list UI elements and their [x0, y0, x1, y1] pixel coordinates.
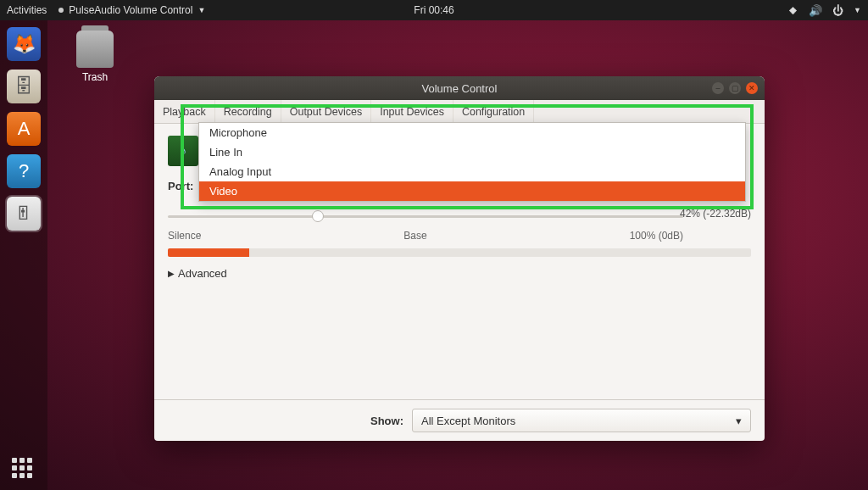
firefox-launcher[interactable]: 🦊: [7, 27, 41, 61]
tab-configuration[interactable]: Configuration: [453, 100, 534, 123]
launcher-dock: 🦊 🗄 A ? 🎚: [0, 20, 47, 490]
gnome-topbar: Activities PulseAudio Volume Control ▼ F…: [0, 0, 868, 20]
show-filter-row: Show: All Except Monitors ▾: [154, 399, 765, 441]
advanced-expander[interactable]: ▶ Advanced: [168, 267, 751, 280]
app-menu[interactable]: PulseAudio Volume Control ▼: [58, 4, 205, 16]
vu-fill: [168, 248, 249, 257]
tab-input-devices[interactable]: Input Devices: [371, 100, 453, 123]
chevron-down-icon: ▾: [736, 415, 742, 427]
chevron-down-icon: ▼: [198, 6, 205, 14]
show-label: Show:: [370, 415, 403, 427]
tab-bar: Playback Recording Output Devices Input …: [154, 100, 765, 124]
port-option-video[interactable]: Video: [199, 181, 745, 201]
trash-label: Trash: [68, 71, 122, 83]
slider-thumb[interactable]: [312, 210, 324, 222]
maximize-button[interactable]: ▢: [729, 82, 741, 94]
trash-desktop-icon[interactable]: Trash: [68, 31, 122, 83]
scale-mid: Base: [403, 230, 426, 242]
close-button[interactable]: ✕: [746, 82, 758, 94]
slider-track: [168, 215, 683, 218]
activities-button[interactable]: Activities: [7, 4, 47, 16]
tab-playback[interactable]: Playback: [154, 100, 215, 123]
chevron-right-icon: ▶: [168, 269, 175, 278]
minimize-button[interactable]: –: [712, 82, 724, 94]
volume-slider[interactable]: 42% (-22.32dB): [168, 208, 751, 225]
port-label: Port:: [168, 180, 193, 192]
window-titlebar[interactable]: Volume Control – ▢ ✕: [154, 76, 765, 100]
tab-recording[interactable]: Recording: [215, 100, 281, 123]
sound-card-icon: ♪: [168, 136, 198, 166]
port-dropdown[interactable]: Microphone Line In Analog Input Video: [198, 122, 746, 202]
slider-scale: Silence Base 100% (0dB): [168, 230, 751, 242]
power-icon[interactable]: ⏻: [832, 4, 843, 17]
window-title: Volume Control: [422, 82, 498, 95]
port-option-microphone[interactable]: Microphone: [199, 123, 745, 142]
slider-readout: 42% (-22.32dB): [680, 208, 751, 220]
software-launcher[interactable]: A: [7, 112, 41, 146]
vu-meter: [168, 248, 751, 257]
scale-max: 100% (0dB): [630, 230, 683, 242]
trash-icon: [76, 31, 114, 68]
tab-output-devices[interactable]: Output Devices: [281, 100, 371, 123]
help-launcher[interactable]: ?: [7, 154, 41, 188]
advanced-label: Advanced: [178, 267, 227, 280]
pavucontrol-launcher[interactable]: 🎚: [7, 197, 41, 231]
show-select[interactable]: All Except Monitors ▾: [412, 409, 751, 432]
show-select-value: All Except Monitors: [421, 415, 515, 427]
clock[interactable]: Fri 00:46: [414, 4, 453, 16]
show-applications-button[interactable]: [12, 458, 32, 478]
app-indicator-dot: [58, 8, 64, 13]
scale-min: Silence: [168, 230, 201, 242]
files-launcher[interactable]: 🗄: [7, 70, 41, 103]
app-menu-label: PulseAudio Volume Control: [69, 4, 192, 16]
volume-icon[interactable]: 🔊: [809, 4, 822, 17]
chevron-down-icon[interactable]: ▼: [854, 6, 861, 14]
port-option-analog-input[interactable]: Analog Input: [199, 162, 745, 181]
port-option-line-in[interactable]: Line In: [199, 142, 745, 162]
network-icon[interactable]: ⯁: [787, 4, 798, 17]
